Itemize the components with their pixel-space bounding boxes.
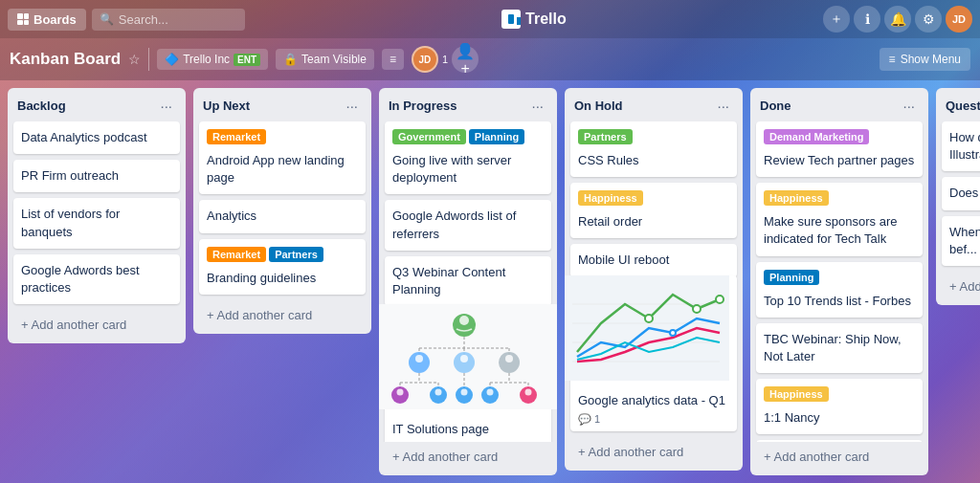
list-title-up-next: Up Next xyxy=(203,99,250,113)
card-text: Android App new landing page xyxy=(207,152,358,187)
label-partners: Partners xyxy=(578,129,633,144)
card-q3-webinar[interactable]: Q3 Webinar Content Planning xyxy=(385,256,551,306)
card-going-live[interactable]: Government Planning Going live with serv… xyxy=(385,121,551,194)
svg-point-25 xyxy=(435,389,442,396)
notifications-button[interactable]: 🔔 xyxy=(884,6,911,33)
svg-point-8 xyxy=(415,355,423,362)
logo-text: Trello xyxy=(525,11,567,28)
svg-point-38 xyxy=(693,305,701,313)
card-text: 1:1 Nancy xyxy=(764,409,915,427)
card-when-does[interactable]: When does the increase - bef... week? xyxy=(942,216,980,266)
list-cards-on-hold: Partners CSS Rules Happiness Retail orde… xyxy=(565,121,743,437)
card-android-app[interactable]: Remarket Android App new landing page xyxy=(199,121,366,194)
comment-badge: 💬 1 xyxy=(578,413,600,426)
labels-row: Happiness xyxy=(764,190,915,209)
card-text: Retail order xyxy=(578,213,729,231)
card-text: Q3 Webinar Content Planning xyxy=(392,264,544,298)
card-text: IT Solutions page xyxy=(392,421,544,438)
card-branding-guidelines[interactable]: Remarket Partners Branding guidelines xyxy=(199,239,366,295)
list-header-on-hold: On Hold ··· xyxy=(565,88,743,121)
visibility-button[interactable]: 🔒 Team Visible xyxy=(276,49,374,70)
list-menu-in-progress[interactable]: ··· xyxy=(527,96,547,116)
board-header-right: ≡ Show Menu xyxy=(880,48,970,71)
add-card-on-hold[interactable]: + Add another card xyxy=(570,439,737,465)
svg-point-27 xyxy=(461,389,468,396)
labels-row: Happiness xyxy=(578,190,729,209)
card-chart-image xyxy=(565,275,743,381)
svg-point-12 xyxy=(505,355,513,362)
card-analytics[interactable]: Analytics xyxy=(199,200,366,232)
analytics-chart-svg xyxy=(565,275,729,381)
list-cards-backlog: Data Analytics podcast PR Firm outreach … xyxy=(8,121,186,310)
member-avatar-1[interactable]: JD xyxy=(412,46,438,73)
comment-count: 1 xyxy=(594,413,600,425)
svg-point-40 xyxy=(670,330,676,336)
card-1-1-nancy[interactable]: Happiness 1:1 Nancy xyxy=(756,379,923,434)
card-text: Google analytics data - Q1 xyxy=(578,392,729,409)
svg-point-39 xyxy=(716,296,724,303)
list-backlog: Backlog ··· Data Analytics podcast PR Fi… xyxy=(8,88,186,343)
search-wrap: 🔍 xyxy=(92,9,245,31)
card-how-do-you[interactable]: How do you ac... Illustrator? xyxy=(942,121,980,171)
show-menu-button[interactable]: ≡ Show Menu xyxy=(880,48,970,71)
card-top-10-trends[interactable]: Planning Top 10 Trends list - Forbes xyxy=(756,262,923,318)
settings-button[interactable]: ⚙ xyxy=(915,6,942,33)
list-title-backlog: Backlog xyxy=(17,99,66,113)
create-button[interactable]: ＋ xyxy=(823,6,850,33)
filter-button[interactable]: ≡ xyxy=(382,49,404,70)
list-menu-done[interactable]: ··· xyxy=(899,96,919,116)
card-lead-gen[interactable]: Lead Gen Mandrill stats xyxy=(756,440,923,442)
card-mobile-ui[interactable]: Mobile UI reboot xyxy=(570,244,737,276)
svg-point-1 xyxy=(459,316,469,325)
list-title-on-hold: On Hold xyxy=(574,99,623,113)
add-card-questions[interactable]: + Add another card xyxy=(942,274,980,299)
add-card-up-next[interactable]: + Add another card xyxy=(199,302,366,328)
card-badges: 💬 1 xyxy=(578,413,729,426)
add-card-backlog[interactable]: + Add another card xyxy=(13,312,180,338)
card-content: Google analytics data - Q1 💬 1 xyxy=(570,386,737,431)
card-list-vendors[interactable]: List of vendors for banquets xyxy=(13,198,180,248)
info-button[interactable]: ℹ xyxy=(854,6,880,33)
label-planning: Planning xyxy=(764,270,819,285)
list-questions: Questions ··· How do you ac... Illustrat… xyxy=(936,88,980,305)
add-card-done[interactable]: + Add another card xyxy=(756,444,923,470)
list-menu-on-hold[interactable]: ··· xyxy=(713,96,733,116)
card-retail-order[interactable]: Happiness Retail order xyxy=(570,183,737,238)
label-partners: Partners xyxy=(269,247,323,262)
list-title-done: Done xyxy=(760,99,791,113)
card-text: Does Screenh... xyxy=(949,185,980,202)
card-it-solutions[interactable]: IT Solutions page 💬 1 xyxy=(385,304,551,442)
menu-icon: ≡ xyxy=(889,53,896,66)
card-does-screenh[interactable]: Does Screenh... xyxy=(942,177,980,209)
card-sponsors[interactable]: Happiness Make sure sponsors are indicat… xyxy=(756,183,923,255)
add-member-button[interactable]: 👤+ xyxy=(452,46,479,73)
lock-icon: 🔒 xyxy=(283,53,298,66)
org-info[interactable]: 🔷 Trello Inc ENT xyxy=(157,49,268,70)
search-input[interactable] xyxy=(92,9,245,31)
card-text: List of vendors for banquets xyxy=(21,206,172,240)
card-google-adwords-best[interactable]: Google Adwords best practices xyxy=(13,254,180,304)
card-google-adwords-referrers[interactable]: Google Adwords list of referrers xyxy=(385,200,551,250)
member-count: 1 xyxy=(442,54,448,65)
card-pr-firm-outreach[interactable]: PR Firm outreach xyxy=(13,160,180,192)
list-in-progress: In Progress ··· Government Planning Goin… xyxy=(379,88,557,475)
card-data-analytics-podcast[interactable]: Data Analytics podcast xyxy=(13,121,180,154)
list-menu-backlog[interactable]: ··· xyxy=(156,96,176,116)
add-card-in-progress[interactable]: + Add another card xyxy=(385,444,551,470)
card-css-rules[interactable]: Partners CSS Rules xyxy=(570,121,737,177)
card-google-analytics[interactable]: Google analytics data - Q1 💬 1 xyxy=(570,275,737,431)
card-text: Branding guidelines xyxy=(207,270,358,287)
card-tbc-webinar[interactable]: TBC Webinar: Ship Now, Not Later xyxy=(756,323,923,373)
boards-button[interactable]: Boards xyxy=(8,9,86,31)
svg-point-23 xyxy=(397,389,404,396)
board-members: JD 1 👤+ xyxy=(412,46,479,73)
labels-row: Remarket xyxy=(207,129,358,148)
card-review-tech[interactable]: Demand Marketing Review Tech partner pag… xyxy=(756,121,923,177)
card-text: Mobile UI reboot xyxy=(578,252,729,269)
user-avatar[interactable]: JD xyxy=(946,6,972,33)
label-happiness: Happiness xyxy=(578,190,643,206)
star-icon[interactable]: ☆ xyxy=(128,52,141,67)
list-menu-up-next[interactable]: ··· xyxy=(342,96,362,116)
show-menu-label: Show Menu xyxy=(901,53,961,66)
card-text: CSS Rules xyxy=(578,152,729,169)
